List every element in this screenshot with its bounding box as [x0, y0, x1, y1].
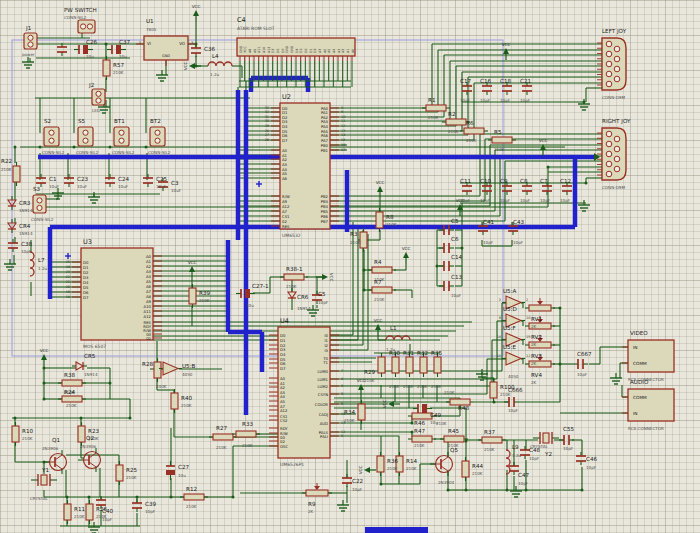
schematic-canvas[interactable]: VCCVCCVCCVCCVCCVCCVCCVCCVCCVCCVCCVCCVCCV…: [0, 0, 700, 533]
vcc-symbol[interactable]: VCC: [382, 400, 400, 409]
res-R5[interactable]: [488, 137, 516, 143]
res-R1[interactable]: [422, 105, 450, 111]
cap-C46[interactable]: [576, 452, 586, 465]
conn-BT2[interactable]: [150, 127, 165, 146]
res-R29[interactable]: [378, 353, 385, 377]
res-R22[interactable]: [13, 162, 20, 186]
conn-J1[interactable]: [24, 33, 37, 49]
cap-C667[interactable]: [573, 359, 588, 369]
res-R7[interactable]: [368, 287, 396, 293]
res-R23[interactable]: [78, 422, 85, 446]
gnd-symbol[interactable]: [578, 200, 590, 211]
cap-unnamed[interactable]: [57, 43, 67, 56]
res-R33[interactable]: [232, 431, 260, 437]
conn-S2[interactable]: [44, 127, 59, 146]
vcc-symbol[interactable]: VCC: [402, 246, 411, 264]
cappol-C27[interactable]: [166, 461, 175, 480]
cap-C22[interactable]: [342, 474, 352, 487]
res-R27[interactable]: [209, 434, 237, 440]
res-R6[interactable]: [460, 128, 488, 134]
res-R34[interactable]: [358, 400, 365, 424]
res-R47[interactable]: [408, 436, 436, 442]
component-value-label: 210K: [472, 471, 483, 476]
res-R30[interactable]: [392, 353, 399, 377]
coil-L7[interactable]: [30, 252, 34, 276]
cap-C14[interactable]: [439, 261, 454, 271]
res-R4[interactable]: [368, 267, 396, 273]
cap-C6[interactable]: [439, 243, 454, 253]
dio-CR5[interactable]: [72, 362, 87, 370]
xtal-Y1[interactable]: [31, 474, 57, 486]
res-R37[interactable]: [478, 437, 506, 443]
res-R100[interactable]: [490, 378, 497, 402]
res-R57[interactable]: [103, 56, 110, 80]
vcc-symbol[interactable]: VCC: [316, 273, 334, 282]
res-R39[interactable]: [189, 284, 196, 308]
ic-U3[interactable]: U3MOS 6507D025D124D223D322D421D520D619D7…: [66, 238, 162, 349]
coil-L1[interactable]: [386, 336, 410, 340]
cap-C38[interactable]: [8, 239, 18, 252]
res-R38-1[interactable]: [280, 274, 308, 280]
vcc-symbol[interactable]: VCC: [358, 466, 376, 475]
trans-Q5[interactable]: [430, 452, 453, 476]
res-R44[interactable]: [462, 457, 469, 481]
vcc-symbol[interactable]: VCC: [374, 318, 383, 336]
res-R31[interactable]: [406, 353, 413, 377]
cap-C39[interactable]: [132, 499, 142, 512]
cap-C55[interactable]: [559, 435, 574, 445]
cap-C25[interactable]: [143, 174, 153, 187]
res-R26[interactable]: [86, 500, 93, 524]
buf-U5:B[interactable]: [159, 362, 182, 375]
conn-BT1[interactable]: [114, 127, 129, 146]
coil-L4[interactable]: [208, 62, 232, 66]
ic-U2[interactable]: U2UM6532D033D132D231D330D429D528D627D726…: [265, 93, 346, 238]
ic-U4[interactable]: U4UM6526P1D0D1D2D3D4D5D6D7A0A1A2A3A4A5A7…: [269, 317, 345, 467]
res-R35[interactable]: [434, 353, 441, 377]
conn-J2[interactable]: [92, 89, 105, 105]
vreg-U1[interactable]: VIVOGND13: [136, 36, 196, 66]
xtal-Y2[interactable]: [533, 432, 559, 444]
res-R40[interactable]: [171, 389, 178, 413]
component-value-label: 2K: [531, 342, 537, 347]
djoy-LEFT JOY[interactable]: [597, 38, 626, 90]
conn-S5[interactable]: [78, 127, 93, 146]
res-R11[interactable]: [64, 500, 71, 524]
res-R45[interactable]: [440, 436, 468, 442]
rca-AUDIO[interactable]: COMMIN: [622, 389, 674, 421]
gnd-symbol[interactable]: [578, 99, 590, 110]
djoy-RIGHT JOY[interactable]: [597, 128, 626, 180]
res-R14[interactable]: [396, 452, 403, 476]
pot-RV1[interactable]: [525, 298, 555, 311]
res-R32[interactable]: [420, 353, 427, 377]
res-R36[interactable]: [377, 452, 384, 476]
vcc-symbol[interactable]: VCC: [40, 348, 49, 366]
vcc-symbol[interactable]: VCC: [192, 4, 201, 22]
cap-C23[interactable]: [64, 174, 74, 187]
res-R25[interactable]: [116, 461, 123, 485]
res-R28[interactable]: [154, 358, 161, 382]
res-R24[interactable]: [58, 396, 86, 402]
res-R12[interactable]: [180, 494, 208, 500]
cappol-C27-1[interactable]: [236, 289, 255, 298]
gnd-symbol[interactable]: [510, 486, 522, 497]
res-R38[interactable]: [58, 380, 86, 386]
res-R10[interactable]: [12, 422, 19, 446]
vcc-symbol[interactable]: VCC: [376, 180, 385, 198]
gnd-symbol[interactable]: [22, 57, 34, 68]
cappol-C37[interactable]: [107, 45, 126, 54]
rca-VIDEO[interactable]: INCOMM: [622, 340, 674, 372]
pot-R9[interactable]: [302, 483, 332, 496]
dio-CR6[interactable]: [288, 288, 296, 302]
junction-dot: [465, 440, 468, 443]
conn-S3[interactable]: [33, 195, 46, 213]
res-R3[interactable]: [360, 228, 367, 252]
vcc-symbol[interactable]: VCC: [183, 62, 201, 71]
vcc-symbol[interactable]: VCC: [188, 260, 197, 278]
cappol-C26[interactable]: [74, 45, 93, 54]
cap-C13[interactable]: [439, 281, 454, 291]
cap-C36[interactable]: [191, 44, 201, 57]
conn-PW SWITCH[interactable]: [78, 20, 95, 33]
res-R8[interactable]: [376, 208, 383, 232]
cap-C666[interactable]: [504, 397, 519, 407]
cap-C24[interactable]: [105, 174, 115, 187]
